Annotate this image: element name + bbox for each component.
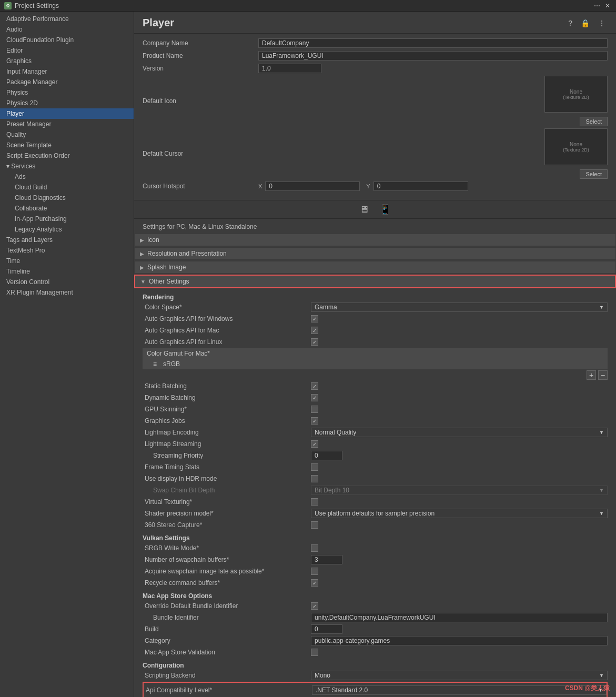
sidebar-item-19[interactable]: In-App Purchasing bbox=[0, 214, 134, 224]
sidebar-item-20[interactable]: Legacy Analytics bbox=[0, 224, 134, 235]
shader-precision-dropdown[interactable]: Use platform defaults for sampler precis… bbox=[311, 509, 608, 518]
version-row: Version bbox=[143, 63, 608, 74]
section-icon[interactable]: ▶ Icon bbox=[134, 234, 616, 246]
recycle-command-buffers-checkbox[interactable] bbox=[311, 579, 318, 587]
sidebar-item-12[interactable]: Scene Template bbox=[0, 140, 134, 150]
sidebar-item-16[interactable]: Cloud Build bbox=[0, 182, 134, 193]
sidebar-item-23[interactable]: Time bbox=[0, 256, 134, 266]
auto-graphics-windows-checkbox[interactable] bbox=[311, 315, 318, 322]
sidebar-item-26[interactable]: XR Plugin Management bbox=[0, 287, 134, 298]
color-space-dropdown[interactable]: Gamma ▼ bbox=[311, 302, 608, 312]
srgb-write-mode-checkbox[interactable] bbox=[311, 544, 318, 552]
help-button[interactable]: ? bbox=[566, 18, 574, 28]
cursor-y-input[interactable] bbox=[373, 181, 468, 191]
hdr-mode-checkbox[interactable] bbox=[311, 475, 318, 482]
build-row: Build bbox=[143, 624, 608, 634]
mac-store-validation-checkbox[interactable] bbox=[311, 649, 318, 656]
lightmap-streaming-checkbox[interactable] bbox=[311, 440, 318, 448]
frame-timing-checkbox[interactable] bbox=[311, 463, 318, 471]
override-bundle-checkbox[interactable] bbox=[311, 602, 318, 610]
sidebar-item-10[interactable]: Preset Manager bbox=[0, 119, 134, 129]
sidebar-item-8[interactable]: Physics 2D bbox=[0, 98, 134, 108]
virtual-texturing-checkbox[interactable] bbox=[311, 498, 318, 506]
frame-timing-label: Frame Timing Stats bbox=[143, 463, 311, 471]
sidebar-item-3[interactable]: Editor bbox=[0, 45, 134, 56]
close-button[interactable]: ✕ bbox=[603, 2, 612, 10]
dynamic-batching-checkbox[interactable] bbox=[311, 394, 318, 401]
sidebar-item-24[interactable]: Timeline bbox=[0, 266, 134, 277]
color-space-value: Gamma ▼ bbox=[311, 302, 608, 312]
more-button[interactable]: ⋮ bbox=[596, 18, 608, 28]
product-name-row: Product Name bbox=[143, 50, 608, 61]
version-label: Version bbox=[143, 65, 258, 72]
color-gamut-text: sRGB bbox=[163, 360, 180, 368]
sidebar-item-14[interactable]: ▾ Services bbox=[0, 161, 134, 171]
sidebar-item-22[interactable]: TextMesh Pro bbox=[0, 245, 134, 256]
section-other[interactable]: ▼ Other Settings bbox=[134, 275, 616, 288]
default-cursor-select-button[interactable]: Select bbox=[580, 169, 608, 179]
streaming-priority-input[interactable] bbox=[311, 451, 342, 460]
add-button[interactable]: + bbox=[587, 370, 596, 380]
lock-button[interactable]: 🔒 bbox=[579, 18, 592, 28]
swapchain-bit-depth-dropdown[interactable]: Bit Depth 10 ▼ bbox=[311, 486, 608, 495]
monitor-icon[interactable]: 🖥 bbox=[359, 204, 369, 215]
sidebar-item-11[interactable]: Quality bbox=[0, 129, 134, 140]
remove-button[interactable]: − bbox=[598, 370, 608, 380]
sidebar-item-7[interactable]: Physics bbox=[0, 87, 134, 98]
recycle-command-buffers-row: Recycle command buffers* bbox=[143, 578, 608, 588]
stereo-capture-checkbox[interactable] bbox=[311, 521, 318, 529]
build-value bbox=[311, 624, 608, 634]
lightmap-encoding-dropdown[interactable]: Normal Quality ▼ bbox=[311, 428, 608, 437]
srgb-write-mode-row: SRGB Write Mode* bbox=[143, 543, 608, 553]
streaming-priority-label: Streaming Priority bbox=[143, 452, 311, 459]
sidebar-item-25[interactable]: Version Control bbox=[0, 277, 134, 287]
static-batching-checkbox[interactable] bbox=[311, 382, 318, 390]
streaming-priority-value bbox=[311, 451, 608, 460]
auto-graphics-linux-checkbox[interactable] bbox=[311, 338, 318, 346]
sidebar-item-17[interactable]: Cloud Diagnostics bbox=[0, 193, 134, 203]
product-name-input[interactable] bbox=[258, 51, 608, 60]
auto-graphics-mac-checkbox[interactable] bbox=[311, 327, 318, 334]
sidebar-item-13[interactable]: Script Execution Order bbox=[0, 150, 134, 161]
scripting-backend-dropdown[interactable]: Mono ▼ bbox=[311, 671, 608, 680]
default-icon-box: None (Texture 2D) bbox=[544, 76, 608, 113]
section-splash[interactable]: ▶ Splash Image bbox=[134, 261, 616, 274]
sidebar-item-5[interactable]: Input Manager bbox=[0, 66, 134, 77]
default-icon-select-button[interactable]: Select bbox=[580, 117, 608, 126]
sidebar-item-1[interactable]: Audio bbox=[0, 24, 134, 35]
sidebar-item-6[interactable]: Package Manager bbox=[0, 77, 134, 87]
swapchain-buffers-input[interactable] bbox=[311, 555, 342, 564]
acquire-swapchain-value bbox=[311, 568, 608, 575]
gpu-skinning-checkbox[interactable] bbox=[311, 406, 318, 413]
sidebar: Adaptive PerformanceAudioCloudFoundation… bbox=[0, 12, 134, 697]
color-space-label: Color Space* bbox=[143, 304, 311, 311]
gpu-skinning-value bbox=[311, 406, 608, 413]
version-input[interactable] bbox=[258, 64, 321, 73]
sidebar-item-9[interactable]: Player bbox=[0, 108, 134, 119]
stereo-capture-label: 360 Stereo Capture* bbox=[143, 521, 311, 529]
acquire-swapchain-checkbox[interactable] bbox=[311, 568, 318, 575]
api-compatibility-dropdown[interactable]: .NET Standard 2.0 ▼ bbox=[312, 685, 607, 695]
minimize-button[interactable]: ⋯ bbox=[593, 2, 601, 10]
sidebar-item-0[interactable]: Adaptive Performance bbox=[0, 14, 134, 24]
version-value bbox=[258, 64, 608, 73]
company-name-input[interactable] bbox=[258, 38, 608, 48]
category-input[interactable] bbox=[311, 636, 608, 645]
build-label: Build bbox=[143, 625, 311, 633]
default-cursor-side: None (Texture 2D) Select bbox=[544, 128, 608, 179]
app-icon: ⚙ bbox=[4, 2, 12, 9]
section-resolution[interactable]: ▶ Resolution and Presentation bbox=[134, 247, 616, 260]
virtual-texturing-row: Virtual Texturing* bbox=[143, 497, 608, 507]
sidebar-item-4[interactable]: Graphics bbox=[0, 56, 134, 66]
build-input[interactable] bbox=[311, 624, 342, 634]
cursor-x-input[interactable] bbox=[265, 181, 360, 191]
sidebar-item-2[interactable]: CloudFoundation Plugin bbox=[0, 35, 134, 45]
sidebar-item-15[interactable]: Ads bbox=[0, 171, 134, 182]
sidebar-item-18[interactable]: Collaborate bbox=[0, 203, 134, 214]
bundle-identifier-input[interactable] bbox=[311, 613, 608, 622]
android-icon[interactable]: 📱 bbox=[379, 204, 391, 215]
sidebar-item-21[interactable]: Tags and Layers bbox=[0, 235, 134, 245]
auto-graphics-linux-row: Auto Graphics API for Linux bbox=[143, 337, 608, 347]
graphics-jobs-checkbox[interactable] bbox=[311, 417, 318, 425]
shader-precision-text: Use platform defaults for sampler precis… bbox=[315, 510, 435, 517]
